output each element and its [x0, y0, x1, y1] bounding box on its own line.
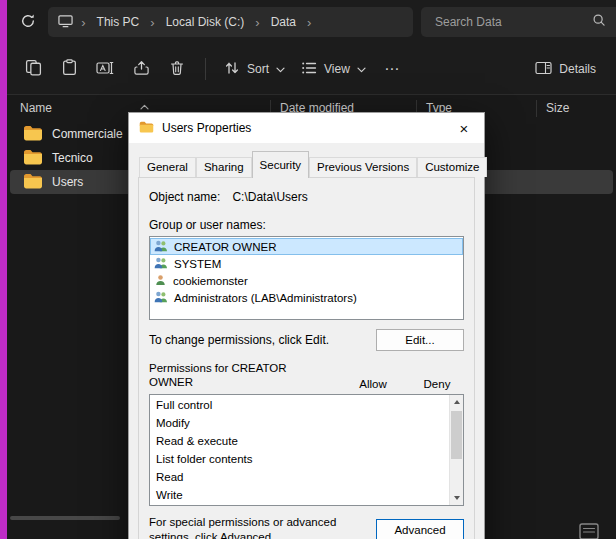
- delete-icon: [169, 60, 185, 79]
- address-bar[interactable]: › This PC › Local Disk (C:) › Data ›: [48, 7, 413, 37]
- dialog-tab-strip: General Sharing Security Previous Versio…: [139, 151, 487, 178]
- group-item-label: Administrators (LAB\Administrators): [174, 292, 357, 304]
- column-header-size[interactable]: Size: [546, 101, 569, 115]
- permissions-for-label: Permissions for CREATOR OWNER: [149, 361, 299, 390]
- object-name-value: C:\Data\Users: [232, 190, 307, 204]
- permissions-list[interactable]: Full control Modify Read & execute List …: [149, 394, 464, 506]
- close-icon: ×: [460, 120, 469, 137]
- arrow-up-icon: [454, 400, 460, 404]
- more-options-button[interactable]: ⋯: [374, 52, 410, 86]
- view-button[interactable]: View: [293, 52, 374, 86]
- details-label: Details: [559, 62, 596, 76]
- group-item-label: CREATOR OWNER: [174, 241, 276, 253]
- breadcrumb-chevron-icon[interactable]: ›: [254, 15, 260, 30]
- this-pc-icon: [58, 14, 73, 31]
- explorer-topbar: › This PC › Local Disk (C:) › Data ›: [7, 0, 616, 44]
- tab-sharing[interactable]: Sharing: [196, 157, 252, 177]
- search-icon: [592, 13, 606, 31]
- permission-item-write[interactable]: Write: [150, 486, 448, 504]
- advanced-row: For special permissions or advanced sett…: [149, 515, 464, 539]
- breadcrumb-chevron-icon[interactable]: ›: [149, 15, 155, 30]
- column-divider[interactable]: [536, 100, 537, 117]
- tab-previous-versions[interactable]: Previous Versions: [309, 157, 417, 177]
- paste-icon: [61, 59, 78, 79]
- scroll-up-button[interactable]: [450, 395, 464, 409]
- permission-item-modify[interactable]: Modify: [150, 414, 448, 432]
- user-group-icon: [154, 240, 168, 254]
- group-item-administrators[interactable]: Administrators (LAB\Administrators): [150, 289, 463, 306]
- scrollbar-thumb[interactable]: [451, 411, 462, 459]
- group-list[interactable]: CREATOR OWNER SYSTEM cookiemonster: [149, 236, 464, 320]
- share-icon: [133, 60, 150, 79]
- view-icon: [301, 61, 317, 78]
- tab-general[interactable]: General: [139, 157, 196, 177]
- refresh-button[interactable]: [15, 8, 40, 36]
- arrow-down-icon: [454, 496, 460, 500]
- edit-row: To change permissions, click Edit. Edit.…: [149, 329, 464, 351]
- group-item-label: SYSTEM: [174, 258, 221, 270]
- breadcrumb-chevron-icon[interactable]: ›: [80, 15, 86, 30]
- allow-column-header: Allow: [343, 378, 403, 390]
- breadcrumb-item-this-pc[interactable]: This PC: [94, 13, 143, 31]
- delete-button[interactable]: [159, 52, 195, 86]
- group-item-system[interactable]: SYSTEM: [150, 255, 463, 272]
- search-input[interactable]: [433, 14, 592, 30]
- permission-item-read-execute[interactable]: Read & execute: [150, 432, 448, 450]
- view-label: View: [324, 62, 350, 76]
- folder-icon: [23, 125, 43, 144]
- user-group-icon: [154, 257, 168, 271]
- group-item-cookiemonster[interactable]: cookiemonster: [150, 272, 463, 289]
- permissions-header: Permissions for CREATOR OWNER Allow Deny: [149, 361, 464, 391]
- chevron-down-icon: [357, 62, 366, 76]
- file-name: Tecnico: [52, 151, 93, 165]
- permission-item-list-folder-contents[interactable]: List folder contents: [150, 450, 448, 468]
- edit-button[interactable]: Edit...: [376, 329, 464, 351]
- object-name-label: Object name:: [149, 190, 220, 204]
- refresh-icon: [20, 13, 36, 32]
- file-explorer-window: › This PC › Local Disk (C:) › Data ›: [0, 0, 616, 539]
- breadcrumb-chevron-icon[interactable]: ›: [306, 15, 312, 30]
- group-item-creator-owner[interactable]: CREATOR OWNER: [150, 238, 463, 255]
- rename-button[interactable]: [87, 52, 123, 86]
- breadcrumb-item-data[interactable]: Data: [268, 13, 299, 31]
- copy-icon: [25, 59, 42, 79]
- share-button[interactable]: [123, 52, 159, 86]
- scroll-down-button[interactable]: [450, 491, 464, 505]
- user-group-icon: [154, 291, 168, 305]
- sort-label: Sort: [247, 62, 269, 76]
- security-tab-page: Object name: C:\Data\Users Group or user…: [138, 177, 475, 539]
- object-name-row: Object name: C:\Data\Users: [149, 190, 464, 204]
- group-or-user-names-label: Group or user names:: [149, 218, 464, 232]
- details-button[interactable]: Details: [527, 52, 604, 86]
- permission-item-full-control[interactable]: Full control: [150, 396, 448, 414]
- file-name: Commerciale: [52, 127, 123, 141]
- tab-security[interactable]: Security: [252, 151, 310, 178]
- paste-button[interactable]: [51, 52, 87, 86]
- advanced-hint: For special permissions or advanced sett…: [149, 515, 374, 539]
- deny-column-header: Deny: [407, 378, 467, 390]
- file-name: Users: [52, 175, 83, 189]
- breadcrumb-item-local-disk-c[interactable]: Local Disk (C:): [163, 13, 248, 31]
- sort-button[interactable]: Sort: [216, 52, 293, 86]
- folder-icon: [23, 173, 43, 192]
- view-mode-icon[interactable]: [578, 522, 600, 539]
- advanced-button[interactable]: Advanced: [376, 519, 464, 539]
- group-item-label: cookiemonster: [173, 275, 248, 287]
- dialog-title: Users Properties: [162, 121, 251, 135]
- tab-customize[interactable]: Customize: [417, 157, 487, 177]
- dialog-titlebar[interactable]: Users Properties ×: [129, 113, 484, 143]
- details-pane-icon: [535, 61, 552, 78]
- close-button[interactable]: ×: [444, 113, 484, 143]
- rename-icon: [96, 60, 114, 79]
- chevron-down-icon: [276, 62, 285, 76]
- copy-button[interactable]: [15, 52, 51, 86]
- sort-icon: [224, 61, 240, 78]
- permission-item-read[interactable]: Read: [150, 468, 448, 486]
- vertical-scrollbar[interactable]: [449, 395, 463, 505]
- ellipsis-icon: ⋯: [384, 60, 399, 78]
- search-box: [421, 7, 616, 37]
- horizontal-scrollbar[interactable]: [10, 516, 120, 520]
- column-header-name[interactable]: Name: [20, 101, 52, 115]
- users-properties-dialog: Users Properties × General Sharing Secur…: [128, 112, 485, 539]
- folder-icon: [139, 121, 154, 136]
